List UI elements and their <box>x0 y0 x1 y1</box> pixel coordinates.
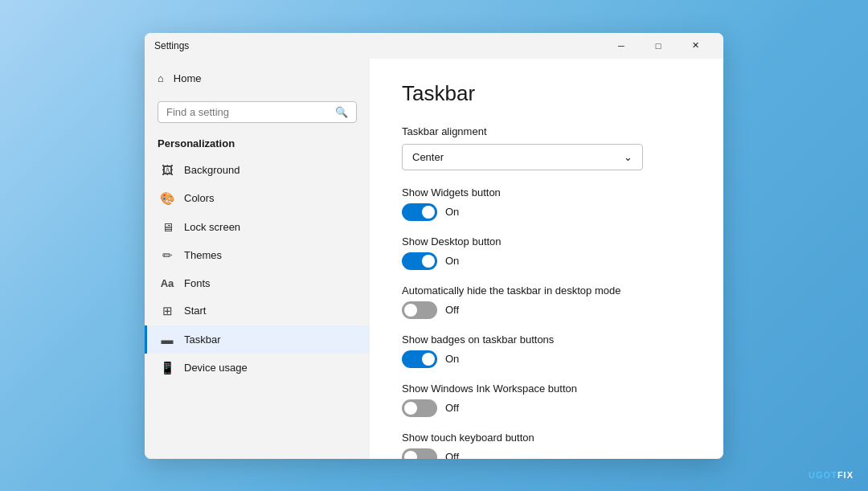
maximize-button[interactable]: □ <box>640 33 677 59</box>
device-usage-icon: 📱 <box>160 361 174 375</box>
sidebar-item-label-colors: Colors <box>184 192 215 204</box>
toggle-value-widgets: On <box>445 206 459 218</box>
toggle-value-touch-keyboard: Off <box>445 451 459 459</box>
toggle-badges[interactable] <box>402 350 437 368</box>
sidebar-item-colors[interactable]: 🎨 Colors <box>145 184 370 213</box>
toggle-value-ink-workspace: Off <box>445 402 459 414</box>
settings-window: Settings ─ □ ✕ ⌂ Home 🔍 Personalization … <box>145 33 723 459</box>
toggle-desktop[interactable] <box>402 252 437 270</box>
alignment-dropdown[interactable]: Center ⌄ <box>402 144 643 170</box>
toggle-label-desktop: Show Desktop button <box>402 235 691 248</box>
toggle-label-widgets: Show Widgets button <box>402 186 691 198</box>
window-body: ⌂ Home 🔍 Personalization 🖼 Background 🎨 … <box>145 59 723 459</box>
watermark-prefix: UGOT <box>809 470 837 480</box>
taskbar-icon: ▬ <box>160 333 174 346</box>
toggle-line-ink-workspace: Off <box>402 399 691 417</box>
sidebar-item-label-device-usage: Device usage <box>184 362 248 374</box>
alignment-value: Center <box>412 151 444 163</box>
toggle-row-widgets: Show Widgets button On <box>402 186 691 221</box>
themes-icon: ✏ <box>160 248 174 263</box>
toggle-autohide[interactable] <box>402 301 437 319</box>
watermark: UGOTFIX <box>809 470 854 480</box>
sidebar-item-fonts[interactable]: Aa Fonts <box>145 270 370 297</box>
watermark-suffix: FIX <box>837 470 854 480</box>
sidebar-item-themes[interactable]: ✏ Themes <box>145 241 370 270</box>
title-bar: Settings ─ □ ✕ <box>145 33 723 59</box>
toggle-knob-badges <box>422 353 435 366</box>
background-icon: 🖼 <box>160 163 174 177</box>
toggle-ink-workspace[interactable] <box>402 399 437 417</box>
sidebar-item-background[interactable]: 🖼 Background <box>145 156 370 184</box>
sidebar: ⌂ Home 🔍 Personalization 🖼 Background 🎨 … <box>145 59 370 459</box>
lock-screen-icon: 🖥 <box>160 220 174 234</box>
sidebar-item-label-taskbar: Taskbar <box>184 333 221 346</box>
home-label: Home <box>174 72 202 84</box>
sidebar-item-label-start: Start <box>184 305 206 317</box>
toggle-label-badges: Show badges on taskbar buttons <box>402 333 691 346</box>
close-button[interactable]: ✕ <box>677 33 714 59</box>
toggle-line-autohide: Off <box>402 301 691 319</box>
toggle-row-desktop: Show Desktop button On <box>402 235 691 270</box>
toggle-row-ink-workspace: Show Windows Ink Workspace button Off <box>402 383 691 417</box>
toggle-label-ink-workspace: Show Windows Ink Workspace button <box>402 383 691 395</box>
fonts-icon: Aa <box>160 277 174 289</box>
toggle-knob-autohide <box>404 304 417 317</box>
toggle-line-touch-keyboard: Off <box>402 448 691 459</box>
toggle-line-desktop: On <box>402 252 691 270</box>
toggle-knob-desktop <box>422 255 435 268</box>
chevron-down-icon: ⌄ <box>624 151 633 163</box>
start-icon: ⊞ <box>160 304 174 318</box>
section-title: Personalization <box>145 133 370 156</box>
toggle-touch-keyboard[interactable] <box>402 448 437 459</box>
toggle-widgets[interactable] <box>402 203 437 221</box>
toggle-knob-widgets <box>422 206 435 219</box>
toggle-value-desktop: On <box>445 255 459 267</box>
home-icon: ⌂ <box>158 72 164 84</box>
toggle-value-autohide: Off <box>445 304 459 316</box>
window-controls: ─ □ ✕ <box>603 33 714 59</box>
toggle-knob-touch-keyboard <box>404 451 417 459</box>
sidebar-item-start[interactable]: ⊞ Start <box>145 297 370 325</box>
sidebar-item-taskbar[interactable]: ▬ Taskbar <box>145 325 370 354</box>
sidebar-item-home[interactable]: ⌂ Home <box>145 65 370 92</box>
sidebar-item-device-usage[interactable]: 📱 Device usage <box>145 354 370 383</box>
toggle-line-badges: On <box>402 350 691 368</box>
toggle-line-widgets: On <box>402 203 691 221</box>
alignment-label: Taskbar alignment <box>402 125 691 137</box>
sidebar-item-label-background: Background <box>184 164 240 176</box>
sidebar-item-lock-screen[interactable]: 🖥 Lock screen <box>145 213 370 241</box>
sidebar-item-label-fonts: Fonts <box>184 277 211 289</box>
search-icon: 🔍 <box>335 106 348 118</box>
search-box[interactable]: 🔍 <box>158 101 357 123</box>
colors-icon: 🎨 <box>160 191 174 206</box>
minimize-button[interactable]: ─ <box>603 33 640 59</box>
toggle-label-touch-keyboard: Show touch keyboard button <box>402 432 691 444</box>
toggle-knob-ink-workspace <box>404 402 417 415</box>
sidebar-item-label-themes: Themes <box>184 249 222 261</box>
toggle-row-badges: Show badges on taskbar buttons On <box>402 333 691 368</box>
window-title: Settings <box>154 40 189 51</box>
alignment-section: Taskbar alignment Center ⌄ <box>402 125 691 170</box>
main-content: Taskbar Taskbar alignment Center ⌄ Show … <box>370 59 723 459</box>
sidebar-item-label-lock-screen: Lock screen <box>184 221 240 233</box>
toggle-value-badges: On <box>445 353 459 365</box>
toggle-row-touch-keyboard: Show touch keyboard button Off <box>402 432 691 459</box>
toggle-row-autohide: Automatically hide the taskbar in deskto… <box>402 284 691 319</box>
search-input[interactable] <box>166 106 330 118</box>
page-title: Taskbar <box>402 81 691 106</box>
toggle-label-autohide: Automatically hide the taskbar in deskto… <box>402 284 691 297</box>
